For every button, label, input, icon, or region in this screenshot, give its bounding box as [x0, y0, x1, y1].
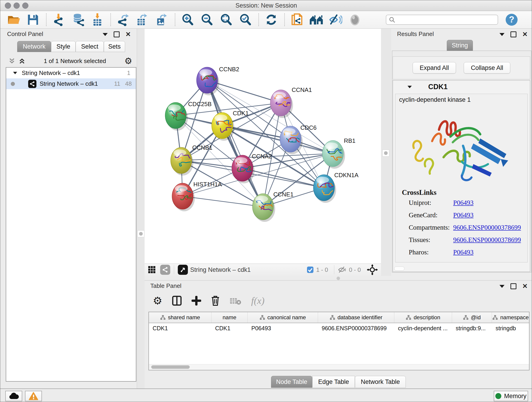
- crosslink-link[interactable]: 9606.ENSP00000378699: [453, 224, 521, 231]
- entry-collapse-arrow-icon[interactable]: [408, 85, 412, 88]
- network-collection-row[interactable]: String Network – cdk1 1: [6, 68, 136, 78]
- network-row[interactable]: String Network – cdk1 11 48: [6, 78, 136, 89]
- column-header-name[interactable]: name: [211, 312, 248, 323]
- tab-sets[interactable]: Sets: [104, 41, 125, 52]
- refresh-icon: [265, 13, 278, 26]
- refresh-view-button[interactable]: [264, 12, 279, 27]
- show-glass-button-disabled[interactable]: [347, 12, 362, 27]
- table-panel-close-icon[interactable]: ✕: [522, 284, 528, 288]
- left-splitter[interactable]: [137, 29, 145, 389]
- string-home-button[interactable]: [309, 12, 324, 27]
- control-panel-menu-arrow-icon[interactable]: [103, 33, 108, 36]
- save-session-button[interactable]: [25, 12, 41, 27]
- share-document-button[interactable]: [290, 12, 305, 27]
- table-cell[interactable]: stringdb: [492, 323, 530, 333]
- collapse-all-icon[interactable]: [8, 58, 15, 64]
- help-button[interactable]: ?: [504, 12, 519, 27]
- crosslink-link[interactable]: 9606.ENSP00000378699: [453, 236, 521, 244]
- table-cell[interactable]: P06493: [248, 323, 318, 333]
- results-panel-title: Results Panel: [397, 31, 434, 38]
- zoom-fit-button[interactable]: [219, 12, 234, 27]
- table-cell[interactable]: cyclin-dependent ...: [394, 323, 452, 333]
- control-panel-float-icon[interactable]: [114, 32, 120, 37]
- show-columns-icon[interactable]: [172, 295, 182, 306]
- table-row[interactable]: CDK1CDK1P064939606.ENSP00000378699cyclin…: [149, 323, 529, 333]
- create-column-plus-icon[interactable]: [191, 296, 201, 306]
- tab-edge-table[interactable]: Edge Table: [312, 376, 355, 388]
- results-panel-float-icon[interactable]: [510, 32, 516, 37]
- export-network-button[interactable]: [116, 12, 131, 27]
- network-options-gear-icon[interactable]: ⚙: [124, 57, 132, 65]
- birdseye-view-button[interactable]: [178, 265, 188, 275]
- cloud-status-button[interactable]: [5, 391, 22, 401]
- hidden-node-edge-counts: 0 - 0: [349, 266, 361, 274]
- zoom-selected-icon: [239, 13, 252, 26]
- table-hscroll-thumb[interactable]: [151, 365, 190, 369]
- crosslink-link[interactable]: P06493: [453, 199, 474, 206]
- status-bar: Memory: [0, 389, 532, 402]
- table-panel-float-icon[interactable]: [510, 283, 516, 289]
- crosslink-link[interactable]: P06493: [453, 249, 474, 256]
- results-panel-menu-arrow-icon[interactable]: [500, 33, 505, 36]
- warnings-button[interactable]: [25, 391, 42, 401]
- tree-expander-icon[interactable]: [13, 72, 17, 74]
- grid-view-icon[interactable]: [148, 266, 156, 274]
- table-cell[interactable]: stringdb:9...: [452, 323, 492, 333]
- share-network-button[interactable]: [160, 265, 170, 275]
- table-cell[interactable]: CDK1: [211, 323, 248, 333]
- column-header-canonical-name[interactable]: canonical name: [248, 312, 318, 323]
- table-options-gear-icon[interactable]: ⚙: [153, 295, 162, 306]
- tab-select[interactable]: Select: [76, 41, 104, 52]
- tab-style[interactable]: Style: [51, 41, 76, 52]
- tab-network[interactable]: Network: [17, 41, 51, 52]
- column-header-namespace[interactable]: namespace: [492, 312, 530, 323]
- column-header-database-identifier[interactable]: database identifier: [318, 312, 394, 323]
- share-icon: [162, 267, 168, 273]
- control-panel-close-icon[interactable]: ✕: [126, 32, 131, 37]
- expand-all-icon[interactable]: [19, 58, 25, 64]
- zoom-selected-button[interactable]: [238, 12, 253, 27]
- table-cell[interactable]: 9606.ENSP00000378699: [318, 323, 394, 333]
- table-cell[interactable]: CDK1: [149, 323, 211, 333]
- crosslink-link[interactable]: P06493: [453, 211, 474, 219]
- delete-table-icon-disabled: [230, 296, 241, 305]
- left-splitter-grip[interactable]: [138, 230, 144, 237]
- search-input[interactable]: [395, 16, 492, 23]
- export-image-button[interactable]: [154, 12, 169, 27]
- node-label: CDKN1A: [334, 172, 359, 179]
- table-hscrollbar[interactable]: [149, 364, 529, 370]
- zoom-out-button[interactable]: [199, 12, 215, 27]
- table-splitter-grip[interactable]: [336, 277, 340, 280]
- results-panel-close-icon[interactable]: ✕: [522, 32, 528, 37]
- import-table-button[interactable]: [90, 12, 105, 27]
- crosslink-label: Compartments:: [409, 224, 450, 231]
- results-hscroll-thumb[interactable]: [394, 267, 404, 271]
- right-splitter-grip[interactable]: [382, 150, 389, 157]
- column-header-description[interactable]: description: [394, 312, 452, 323]
- open-session-button[interactable]: [6, 12, 21, 27]
- table-panel-menu-arrow-icon[interactable]: [500, 285, 505, 288]
- fit-selected-crosshair-icon[interactable]: [367, 264, 378, 275]
- zoom-fit-icon: [220, 13, 233, 26]
- import-network-database-button[interactable]: [70, 12, 86, 27]
- import-network-file-button[interactable]: [51, 12, 66, 27]
- tab-network-table[interactable]: Network Table: [355, 376, 406, 388]
- table-splitter[interactable]: [145, 276, 532, 280]
- column-header-shared-name[interactable]: shared name: [149, 312, 211, 323]
- tab-string[interactable]: String: [447, 40, 473, 51]
- column-header--id[interactable]: @id: [452, 312, 492, 323]
- zoom-in-button[interactable]: [180, 12, 195, 27]
- delete-column-trash-icon[interactable]: [211, 295, 220, 306]
- right-splitter[interactable]: [381, 29, 392, 276]
- network-selection-summary: 1 of 1 Network selected: [25, 57, 124, 65]
- tab-node-table[interactable]: Node Table: [271, 376, 312, 388]
- node-table: shared namenamecanonical namedatabase id…: [148, 312, 530, 370]
- collapse-all-button[interactable]: Collapse All: [464, 62, 510, 74]
- network-canvas[interactable]: CCNB2CCNA1CDC25BCDK1CDC6RB1CCNB1CCNA2CDK…: [145, 29, 381, 264]
- memory-button[interactable]: Memory: [494, 391, 528, 401]
- selected-checkbox-icon[interactable]: [307, 266, 314, 274]
- expand-all-button[interactable]: Expand All: [413, 62, 456, 74]
- network-type-badge: [28, 80, 36, 88]
- hide-glass-button[interactable]: [328, 12, 343, 27]
- export-table-button[interactable]: [135, 12, 150, 27]
